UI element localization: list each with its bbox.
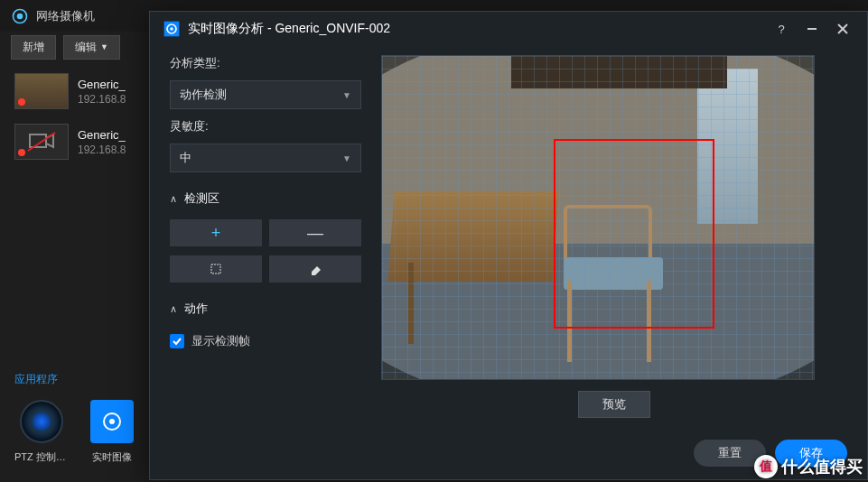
select-zone-button[interactable] xyxy=(170,255,262,283)
chevron-down-icon: ▼ xyxy=(342,153,351,163)
chevron-down-icon: ▼ xyxy=(100,42,108,51)
app-analysis[interactable]: 实时图像 xyxy=(85,400,139,464)
add-zone-button[interactable]: + xyxy=(170,219,262,246)
camera-thumbnail xyxy=(14,73,69,109)
app-title: 网络摄像机 xyxy=(36,8,95,24)
app-label: PTZ 控制权限 xyxy=(14,450,69,464)
camera-ip: 192.168.8 xyxy=(78,144,126,156)
analysis-type-select[interactable]: 动作检测 ▼ xyxy=(170,80,361,109)
app-ptz[interactable]: PTZ 控制权限 xyxy=(14,400,69,464)
analysis-type-label: 分析类型: xyxy=(170,55,361,71)
dialog-icon xyxy=(163,20,181,38)
detect-zone-header[interactable]: ∧ 检测区 xyxy=(170,181,361,210)
show-frames-label: 显示检测帧 xyxy=(191,333,250,349)
edit-button[interactable]: 编辑 ▼ xyxy=(63,35,120,60)
recording-indicator-icon xyxy=(18,98,25,106)
svg-point-5 xyxy=(109,419,115,424)
checkbox-checked-icon xyxy=(170,334,184,348)
recording-indicator-icon xyxy=(18,149,25,156)
dialog-titlebar: 实时图像分析 - Generic_ONVIF-002 ? xyxy=(150,12,867,46)
svg-point-1 xyxy=(17,13,23,19)
close-button[interactable] xyxy=(831,17,854,41)
svg-rect-16 xyxy=(211,264,220,273)
camera-disabled-icon xyxy=(26,131,57,153)
preview-button[interactable]: 预览 xyxy=(578,391,650,418)
camera-ip: 192.168.8 xyxy=(78,93,126,106)
settings-panel: 分析类型: 动作检测 ▼ 灵敏度: 中 ▼ ∧ 检测区 + — xyxy=(170,55,361,422)
chevron-down-icon: ▼ xyxy=(342,90,351,100)
new-button[interactable]: 新增 xyxy=(11,35,56,60)
detection-rectangle[interactable] xyxy=(554,139,714,329)
action-header[interactable]: ∧ 动作 xyxy=(170,292,361,320)
video-preview[interactable] xyxy=(381,55,815,380)
camera-thumbnail xyxy=(14,124,69,160)
chevron-up-icon: ∧ xyxy=(170,303,177,315)
remove-zone-button[interactable]: — xyxy=(269,219,361,246)
preview-panel: 预览 xyxy=(381,55,847,422)
chevron-up-icon: ∧ xyxy=(170,193,177,205)
apps-section: 应用程序 PTZ 控制权限 实时图像 xyxy=(14,372,139,464)
show-frames-checkbox[interactable]: 显示检测帧 xyxy=(170,329,361,349)
ptz-icon xyxy=(20,400,63,443)
watermark-logo-icon: 值 xyxy=(754,455,778,478)
help-button[interactable]: ? xyxy=(770,17,793,41)
sensitivity-label: 灵敏度: xyxy=(170,118,361,134)
dialog-title: 实时图像分析 - Generic_ONVIF-002 xyxy=(188,21,762,37)
minimize-button[interactable] xyxy=(800,17,824,41)
watermark: 值 什么值得买 xyxy=(754,455,863,478)
app-label: 实时图像 xyxy=(85,450,139,464)
camera-name: Generic_ xyxy=(78,128,126,142)
analysis-icon xyxy=(90,400,134,443)
watermark-text: 什么值得买 xyxy=(781,456,863,477)
analysis-dialog: 实时图像分析 - Generic_ONVIF-002 ? 分析类型: 动作检测 … xyxy=(149,11,868,480)
app-icon xyxy=(11,7,29,25)
camera-name: Generic_ xyxy=(78,78,126,91)
erase-zone-button[interactable] xyxy=(269,255,361,283)
svg-point-12 xyxy=(170,27,173,30)
apps-label: 应用程序 xyxy=(14,372,139,387)
sensitivity-select[interactable]: 中 ▼ xyxy=(170,144,361,172)
